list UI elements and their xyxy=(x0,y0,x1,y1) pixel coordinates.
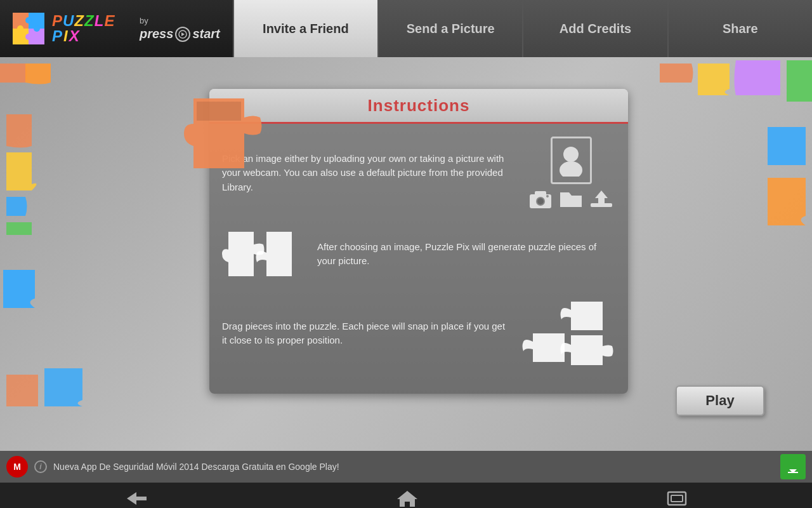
upload-icon xyxy=(589,189,613,210)
svg-rect-13 xyxy=(535,191,546,196)
orange-puzzle-svg xyxy=(181,92,282,181)
svg-point-15 xyxy=(537,198,544,204)
pressstart-circle-icon xyxy=(175,27,190,42)
download-icon xyxy=(785,459,801,474)
svg-point-7 xyxy=(25,34,32,40)
instructions-title: Instructions xyxy=(368,96,470,116)
svg-point-4 xyxy=(25,17,32,23)
svg-rect-22 xyxy=(135,497,147,500)
bottom-icons-row xyxy=(528,189,613,210)
two-puzzle-pieces-svg xyxy=(222,225,304,283)
info-icon[interactable]: i xyxy=(34,460,47,473)
svg-rect-20 xyxy=(788,472,798,473)
svg-point-11 xyxy=(560,161,582,177)
deco-puzzle-left xyxy=(0,108,63,235)
svg-point-6 xyxy=(34,25,40,32)
tab-share[interactable]: Share xyxy=(669,0,812,57)
back-icon xyxy=(124,489,149,508)
instruction-step-2: After choosing an image, Puzzle Pix will… xyxy=(222,225,615,283)
home-icon xyxy=(396,489,419,508)
camera-icon xyxy=(528,189,553,210)
instruction-text-2: After choosing an image, Puzzle Pix will… xyxy=(317,240,615,269)
tab-add-credits[interactable]: Add Credits xyxy=(523,0,668,57)
download-button[interactable] xyxy=(780,454,806,479)
svg-marker-19 xyxy=(789,462,797,473)
svg-marker-23 xyxy=(397,491,417,507)
instruction-icons-1 xyxy=(527,137,615,210)
instruction-text-3: Drag pieces into the puzzle. Each piece … xyxy=(222,319,508,348)
svg-point-16 xyxy=(546,195,549,197)
puzzle-cluster-svg xyxy=(520,298,615,368)
deco-puzzle-blue-left xyxy=(0,267,57,318)
ad-text: Nueva App De Seguridad Móvil 2014 Descar… xyxy=(53,462,774,472)
svg-marker-21 xyxy=(127,492,136,505)
large-puzzle-piece-orange xyxy=(181,92,282,184)
svg-rect-17 xyxy=(591,203,612,207)
svg-point-5 xyxy=(17,25,23,32)
person-svg xyxy=(558,145,584,177)
puzzle-cluster xyxy=(520,298,615,368)
svg-rect-25 xyxy=(671,495,683,502)
recent-icon xyxy=(665,489,688,508)
svg-marker-9 xyxy=(181,32,185,36)
svg-marker-18 xyxy=(595,190,608,203)
recent-apps-button[interactable] xyxy=(665,489,688,508)
system-nav-bar xyxy=(0,483,812,508)
home-button[interactable] xyxy=(396,489,419,508)
main-area: Instructions Pick an image either by upl… xyxy=(0,57,812,451)
play-button[interactable]: Play xyxy=(676,385,764,416)
by-label: by xyxy=(140,16,148,25)
back-button[interactable] xyxy=(124,489,149,508)
app-header: PUZZLE PIX by press start Invite a Frien… xyxy=(0,0,812,57)
circle-arrow-icon xyxy=(178,30,187,39)
tab-invite-friend[interactable]: Invite a Friend xyxy=(234,0,379,57)
tab-send-picture[interactable]: Send a Picture xyxy=(379,0,523,57)
ad-bar: M i Nueva App De Seguridad Móvil 2014 De… xyxy=(0,451,812,483)
pressstart-brand: by press start xyxy=(140,16,220,42)
mcafee-icon: M xyxy=(6,456,28,478)
deco-puzzle-right xyxy=(761,121,812,311)
logo-area: PUZZLE PIX xyxy=(0,3,133,54)
folder-icon xyxy=(559,189,583,210)
svg-point-10 xyxy=(563,147,579,162)
person-icon xyxy=(551,137,592,184)
instruction-step-3: Drag pieces into the puzzle. Each piece … xyxy=(222,298,615,368)
logo-pix-text: PIX xyxy=(52,29,115,44)
nav-tabs: Invite a Friend Send a Picture Add Credi… xyxy=(233,0,812,57)
puzzle-pieces-generating xyxy=(222,225,304,283)
logo-puzzle-icon xyxy=(6,6,51,51)
pressstart-logo: press start xyxy=(140,27,220,42)
deco-puzzle-bottom xyxy=(0,362,190,413)
logo-puzzle-text: PUZZLE xyxy=(52,13,115,29)
